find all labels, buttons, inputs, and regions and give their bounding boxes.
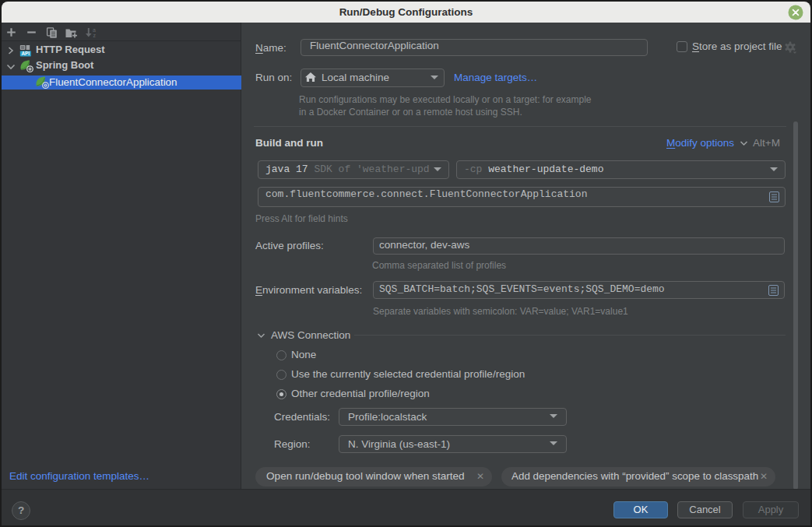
svg-text:z: z xyxy=(93,33,97,38)
svg-text:API: API xyxy=(21,51,30,56)
svg-text:a: a xyxy=(93,27,96,33)
